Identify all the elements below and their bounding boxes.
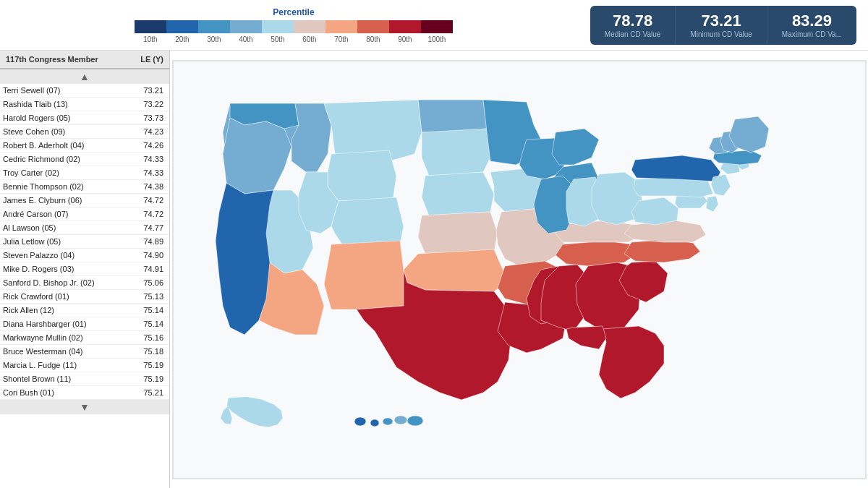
legend-label: 80th <box>357 35 389 43</box>
col-member-header: 117th Congress Member <box>3 55 127 64</box>
legend-section: Percentile 10th20th30th40th50th60th70th8… <box>12 7 576 43</box>
legend-labels: 10th20th30th40th50th60th70th80th90th100t… <box>135 35 453 43</box>
table-row[interactable]: Rick Crawford (01)75.13 <box>0 290 169 304</box>
table-row[interactable]: Cedric Richmond (02)74.33 <box>0 153 169 166</box>
table-row[interactable]: Sanford D. Bishop Jr. (02)75.06 <box>0 276 169 290</box>
header-bar: Percentile 10th20th30th40th50th60th70th8… <box>0 0 868 51</box>
cell-le: 75.18 <box>127 347 166 356</box>
svg-point-3 <box>383 418 393 425</box>
stat-maximum-label: Maximum CD Va... <box>782 30 842 38</box>
scroll-down-indicator[interactable]: ▼ <box>0 400 169 414</box>
table-body: Terri Sewell (07)73.21Rashida Tlaib (13)… <box>0 84 169 400</box>
legend-color-block <box>230 20 262 33</box>
cell-le: 75.14 <box>127 306 166 314</box>
cell-le: 75.19 <box>127 374 166 383</box>
cell-member: Rick Crawford (01) <box>3 292 127 301</box>
map-panel <box>170 51 868 488</box>
cell-member: André Carson (07) <box>3 210 127 218</box>
table-row[interactable]: Shontel Brown (11)75.19 <box>0 372 169 386</box>
svg-point-1 <box>354 417 366 426</box>
table-row[interactable]: Rashida Tlaib (13)73.22 <box>0 98 169 111</box>
stat-maximum: 83.29 Maximum CD Va... <box>767 6 856 45</box>
table-row[interactable]: Diana Harshbarger (01)75.14 <box>0 317 169 331</box>
table-row[interactable]: Cori Bush (01)75.21 <box>0 386 169 400</box>
cell-le: 74.38 <box>127 182 166 191</box>
cell-le: 75.16 <box>127 333 166 342</box>
cell-le: 74.90 <box>127 251 166 260</box>
cell-member: Troy Carter (02) <box>3 168 127 177</box>
legend-label: 90th <box>389 35 421 43</box>
congress-table[interactable]: 117th Congress Member LE (Y) ▲ Terri Sew… <box>0 51 170 488</box>
cell-le: 74.26 <box>127 141 166 150</box>
cell-le: 73.73 <box>127 114 166 122</box>
cell-le: 73.22 <box>127 100 166 108</box>
stat-maximum-value: 83.29 <box>792 12 832 30</box>
legend-color-block <box>198 20 230 33</box>
legend-color-block <box>166 20 198 33</box>
stat-median: 78.78 Median CD Value <box>590 6 676 45</box>
legend-label: 30th <box>198 35 230 43</box>
legend-label: 10th <box>135 35 166 43</box>
table-row[interactable]: Bruce Westerman (04)75.18 <box>0 345 169 359</box>
table-row[interactable]: James E. Clyburn (06)74.72 <box>0 194 169 207</box>
legend-color-block <box>294 20 326 33</box>
scroll-up-indicator[interactable]: ▲ <box>0 69 169 84</box>
table-row[interactable]: Bennie Thompson (02)74.38 <box>0 180 169 194</box>
table-row[interactable]: Steven Palazzo (04)74.90 <box>0 249 169 262</box>
legend-label: 20th <box>166 35 198 43</box>
cell-member: James E. Clyburn (06) <box>3 196 127 205</box>
stat-minimum: 73.21 Minimum CD Value <box>676 6 767 45</box>
table-row[interactable]: Robert B. Aderholt (04)74.26 <box>0 139 169 153</box>
cell-le: 74.91 <box>127 265 166 273</box>
table-row[interactable]: Terri Sewell (07)73.21 <box>0 84 169 98</box>
cell-member: Al Lawson (05) <box>3 223 127 232</box>
cell-le: 74.72 <box>127 210 166 218</box>
cell-le: 75.13 <box>127 292 166 301</box>
us-choropleth-map[interactable] <box>172 60 867 479</box>
legend-title: Percentile <box>273 7 314 17</box>
legend-label: 100th <box>421 35 453 43</box>
table-row[interactable]: Marcia L. Fudge (11)75.19 <box>0 359 169 372</box>
col-le-header: LE (Y) <box>127 55 166 64</box>
table-row[interactable]: Julia Letlow (05)74.89 <box>0 235 169 249</box>
cell-member: Steven Palazzo (04) <box>3 251 127 260</box>
cell-member: Diana Harshbarger (01) <box>3 320 127 328</box>
cell-member: Steve Cohen (09) <box>3 127 127 136</box>
table-row[interactable]: Markwayne Mullin (02)75.16 <box>0 331 169 345</box>
cell-member: Robert B. Aderholt (04) <box>3 141 127 150</box>
cell-le: 74.89 <box>127 237 166 246</box>
legend-color-block <box>326 20 357 33</box>
legend-label: 40th <box>230 35 262 43</box>
cell-member: Harold Rogers (05) <box>3 114 127 122</box>
cell-member: Rashida Tlaib (13) <box>3 100 127 108</box>
table-row[interactable]: André Carson (07)74.72 <box>0 207 169 221</box>
legend-color-block <box>357 20 389 33</box>
map-container <box>172 60 867 479</box>
legend-color-block <box>389 20 421 33</box>
stat-minimum-value: 73.21 <box>702 12 741 30</box>
stats-box: 78.78 Median CD Value 73.21 Minimum CD V… <box>590 6 856 45</box>
cell-le: 75.06 <box>127 278 166 287</box>
table-row[interactable]: Rick Allen (12)75.14 <box>0 304 169 317</box>
svg-point-2 <box>370 419 379 427</box>
table-row[interactable]: Mike D. Rogers (03)74.91 <box>0 262 169 276</box>
table-row[interactable]: Steve Cohen (09)74.23 <box>0 125 169 139</box>
cell-member: Rick Allen (12) <box>3 306 127 314</box>
cell-member: Bennie Thompson (02) <box>3 182 127 191</box>
cell-member: Cori Bush (01) <box>3 388 127 397</box>
cell-member: Cedric Richmond (02) <box>3 155 127 163</box>
table-row[interactable]: Harold Rogers (05)73.73 <box>0 111 169 125</box>
cell-le: 74.23 <box>127 127 166 136</box>
cell-member: Bruce Westerman (04) <box>3 347 127 356</box>
cell-le: 74.72 <box>127 196 166 205</box>
stat-minimum-label: Minimum CD Value <box>690 30 752 38</box>
cell-le: 75.21 <box>127 388 166 397</box>
legend-label: 60th <box>294 35 326 43</box>
cell-member: Sanford D. Bishop Jr. (02) <box>3 278 127 287</box>
cell-member: Markwayne Mullin (02) <box>3 333 127 342</box>
table-row[interactable]: Al Lawson (05)74.77 <box>0 221 169 235</box>
table-row[interactable]: Troy Carter (02)74.33 <box>0 166 169 180</box>
cell-le: 75.14 <box>127 320 166 328</box>
cell-le: 74.33 <box>127 155 166 163</box>
svg-point-5 <box>407 416 423 426</box>
